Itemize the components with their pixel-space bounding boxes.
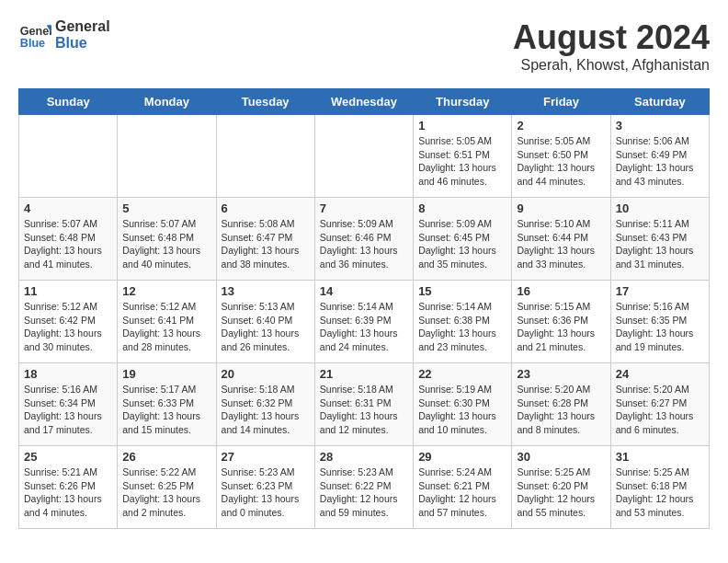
day-header-friday: Friday <box>512 89 610 115</box>
day-number: 2 <box>517 119 605 132</box>
day-header-saturday: Saturday <box>610 89 709 115</box>
calendar-cell: 21Sunrise: 5:18 AM Sunset: 6:31 PM Dayli… <box>314 363 413 446</box>
calendar-cell: 24Sunrise: 5:20 AM Sunset: 6:27 PM Dayli… <box>610 363 709 446</box>
day-info: Sunrise: 5:07 AM Sunset: 6:48 PM Dayligh… <box>122 217 210 271</box>
day-number: 26 <box>122 450 210 464</box>
day-number: 27 <box>222 450 310 464</box>
calendar-cell: 9Sunrise: 5:10 AM Sunset: 6:44 PM Daylig… <box>512 198 610 281</box>
calendar-cell: 26Sunrise: 5:22 AM Sunset: 6:25 PM Dayli… <box>118 446 216 529</box>
calendar-cell: 22Sunrise: 5:19 AM Sunset: 6:30 PM Dayli… <box>414 363 512 446</box>
calendar-cell: 15Sunrise: 5:14 AM Sunset: 6:38 PM Dayli… <box>414 281 512 363</box>
logo-general-text: General <box>55 18 110 35</box>
calendar-cell: 16Sunrise: 5:15 AM Sunset: 6:36 PM Dayli… <box>512 281 610 363</box>
day-number: 5 <box>122 201 210 215</box>
calendar-cell: 3Sunrise: 5:06 AM Sunset: 6:49 PM Daylig… <box>610 115 709 198</box>
day-info: Sunrise: 5:11 AM Sunset: 6:43 PM Dayligh… <box>616 217 704 271</box>
day-info: Sunrise: 5:21 AM Sunset: 6:26 PM Dayligh… <box>24 465 112 520</box>
day-info: Sunrise: 5:12 AM Sunset: 6:42 PM Dayligh… <box>24 300 112 354</box>
calendar-cell: 7Sunrise: 5:09 AM Sunset: 6:46 PM Daylig… <box>314 198 413 281</box>
day-number: 7 <box>320 201 408 215</box>
day-number: 12 <box>122 284 210 298</box>
calendar-subtitle: Sperah, Khowst, Afghanistan <box>513 57 710 74</box>
day-number: 22 <box>418 367 506 381</box>
calendar-cell: 19Sunrise: 5:17 AM Sunset: 6:33 PM Dayli… <box>118 363 216 446</box>
calendar-cell: 28Sunrise: 5:23 AM Sunset: 6:22 PM Dayli… <box>314 446 413 529</box>
week-row-1: 1Sunrise: 5:05 AM Sunset: 6:51 PM Daylig… <box>19 115 710 198</box>
day-number: 1 <box>418 119 506 132</box>
day-header-thursday: Thursday <box>414 89 512 115</box>
week-row-4: 18Sunrise: 5:16 AM Sunset: 6:34 PM Dayli… <box>19 363 710 446</box>
day-header-row: SundayMondayTuesdayWednesdayThursdayFrid… <box>19 89 710 115</box>
calendar-cell: 8Sunrise: 5:09 AM Sunset: 6:45 PM Daylig… <box>414 198 512 281</box>
day-info: Sunrise: 5:12 AM Sunset: 6:41 PM Dayligh… <box>122 300 210 354</box>
day-info: Sunrise: 5:05 AM Sunset: 6:51 PM Dayligh… <box>418 134 506 189</box>
calendar-cell: 14Sunrise: 5:14 AM Sunset: 6:39 PM Dayli… <box>314 281 413 363</box>
calendar-cell <box>314 115 413 198</box>
day-info: Sunrise: 5:07 AM Sunset: 6:48 PM Dayligh… <box>24 217 112 271</box>
header: General Blue General Blue August 2024 Sp… <box>18 18 710 74</box>
day-number: 29 <box>418 450 506 464</box>
calendar-cell <box>118 115 216 198</box>
day-number: 30 <box>517 450 605 464</box>
day-info: Sunrise: 5:05 AM Sunset: 6:50 PM Dayligh… <box>517 134 605 189</box>
calendar-cell: 12Sunrise: 5:12 AM Sunset: 6:41 PM Dayli… <box>118 281 216 363</box>
day-info: Sunrise: 5:23 AM Sunset: 6:23 PM Dayligh… <box>222 465 310 520</box>
day-info: Sunrise: 5:15 AM Sunset: 6:36 PM Dayligh… <box>517 300 605 354</box>
calendar-cell: 20Sunrise: 5:18 AM Sunset: 6:32 PM Dayli… <box>216 363 314 446</box>
logo-blue-text: Blue <box>55 35 110 52</box>
day-number: 16 <box>517 284 605 298</box>
day-number: 31 <box>616 450 704 464</box>
calendar-cell: 30Sunrise: 5:25 AM Sunset: 6:20 PM Dayli… <box>512 446 610 529</box>
day-number: 24 <box>616 367 704 381</box>
week-row-3: 11Sunrise: 5:12 AM Sunset: 6:42 PM Dayli… <box>19 281 710 363</box>
calendar-cell: 6Sunrise: 5:08 AM Sunset: 6:47 PM Daylig… <box>216 198 314 281</box>
day-number: 17 <box>616 284 704 298</box>
day-header-tuesday: Tuesday <box>216 89 314 115</box>
calendar-cell: 31Sunrise: 5:25 AM Sunset: 6:18 PM Dayli… <box>610 446 709 529</box>
day-info: Sunrise: 5:20 AM Sunset: 6:27 PM Dayligh… <box>616 383 704 437</box>
calendar-cell: 13Sunrise: 5:13 AM Sunset: 6:40 PM Dayli… <box>216 281 314 363</box>
calendar-cell: 18Sunrise: 5:16 AM Sunset: 6:34 PM Dayli… <box>19 363 118 446</box>
day-number: 10 <box>616 201 704 215</box>
day-info: Sunrise: 5:09 AM Sunset: 6:45 PM Dayligh… <box>418 217 506 271</box>
day-number: 25 <box>24 450 112 464</box>
calendar-cell: 10Sunrise: 5:11 AM Sunset: 6:43 PM Dayli… <box>610 198 709 281</box>
day-number: 4 <box>24 201 112 215</box>
day-info: Sunrise: 5:18 AM Sunset: 6:32 PM Dayligh… <box>222 383 310 437</box>
day-info: Sunrise: 5:25 AM Sunset: 6:18 PM Dayligh… <box>616 465 704 520</box>
day-info: Sunrise: 5:17 AM Sunset: 6:33 PM Dayligh… <box>122 383 210 437</box>
calendar-cell: 5Sunrise: 5:07 AM Sunset: 6:48 PM Daylig… <box>118 198 216 281</box>
day-number: 19 <box>122 367 210 381</box>
calendar-cell: 2Sunrise: 5:05 AM Sunset: 6:50 PM Daylig… <box>512 115 610 198</box>
day-info: Sunrise: 5:13 AM Sunset: 6:40 PM Dayligh… <box>222 300 310 354</box>
day-info: Sunrise: 5:16 AM Sunset: 6:35 PM Dayligh… <box>616 300 704 354</box>
day-header-monday: Monday <box>118 89 216 115</box>
day-info: Sunrise: 5:10 AM Sunset: 6:44 PM Dayligh… <box>517 217 605 271</box>
day-number: 18 <box>24 367 112 381</box>
day-number: 13 <box>222 284 310 298</box>
day-info: Sunrise: 5:19 AM Sunset: 6:30 PM Dayligh… <box>418 383 506 437</box>
day-info: Sunrise: 5:18 AM Sunset: 6:31 PM Dayligh… <box>320 383 408 437</box>
day-number: 15 <box>418 284 506 298</box>
day-info: Sunrise: 5:14 AM Sunset: 6:38 PM Dayligh… <box>418 300 506 354</box>
day-number: 3 <box>616 119 704 132</box>
day-info: Sunrise: 5:25 AM Sunset: 6:20 PM Dayligh… <box>517 465 605 520</box>
day-info: Sunrise: 5:24 AM Sunset: 6:21 PM Dayligh… <box>418 465 506 520</box>
calendar-cell: 25Sunrise: 5:21 AM Sunset: 6:26 PM Dayli… <box>19 446 118 529</box>
calendar-cell: 1Sunrise: 5:05 AM Sunset: 6:51 PM Daylig… <box>414 115 512 198</box>
day-info: Sunrise: 5:16 AM Sunset: 6:34 PM Dayligh… <box>24 383 112 437</box>
svg-text:Blue: Blue <box>20 37 45 50</box>
calendar-cell <box>216 115 314 198</box>
logo: General Blue General Blue <box>18 18 110 52</box>
calendar-cell: 27Sunrise: 5:23 AM Sunset: 6:23 PM Dayli… <box>216 446 314 529</box>
day-number: 21 <box>320 367 408 381</box>
logo-text: General Blue <box>55 18 110 51</box>
day-info: Sunrise: 5:23 AM Sunset: 6:22 PM Dayligh… <box>320 465 408 520</box>
day-number: 28 <box>320 450 408 464</box>
day-number: 8 <box>418 201 506 215</box>
calendar-cell: 23Sunrise: 5:20 AM Sunset: 6:28 PM Dayli… <box>512 363 610 446</box>
day-info: Sunrise: 5:09 AM Sunset: 6:46 PM Dayligh… <box>320 217 408 271</box>
day-number: 23 <box>517 367 605 381</box>
day-header-sunday: Sunday <box>19 89 118 115</box>
day-info: Sunrise: 5:20 AM Sunset: 6:28 PM Dayligh… <box>517 383 605 437</box>
